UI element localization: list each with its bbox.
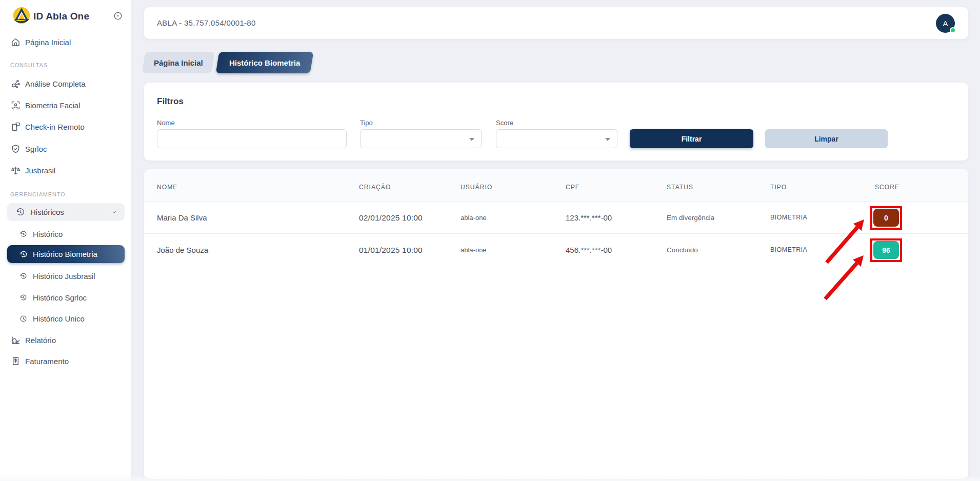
sidebar-item-relatorio[interactable]: Relatório bbox=[0, 329, 132, 351]
cell-usuario: abla-one bbox=[461, 234, 487, 266]
scales-icon bbox=[10, 165, 21, 176]
results-table: NOME CRIAÇÃO USUÁRIO CPF STATUS TIPO SCO… bbox=[144, 169, 968, 479]
face-scan-icon bbox=[10, 100, 21, 111]
sidebar-item-sgrloc[interactable]: Sgrloc bbox=[0, 138, 132, 159]
topbar: ABLA - 35.757.054/0001-80 A bbox=[144, 7, 968, 39]
cell-criacao: 01/01/2025 10:00 bbox=[359, 234, 423, 266]
cell-criacao: 02/01/2025 10:00 bbox=[359, 202, 423, 234]
sidebar-item-biometria-facial[interactable]: Biometria Facial bbox=[0, 94, 132, 116]
history-icon bbox=[19, 294, 27, 302]
col-tipo: TIPO bbox=[770, 171, 787, 204]
dropdown-caret-icon bbox=[605, 138, 610, 141]
collapse-sidebar-icon[interactable] bbox=[113, 11, 123, 21]
cell-status: Em divergência bbox=[667, 202, 714, 234]
bottom-fade bbox=[0, 475, 980, 481]
tab-bar: Página Inicial Histórico Biometria bbox=[0, 52, 980, 73]
col-status: STATUS bbox=[667, 171, 693, 204]
cell-cpf: 123.***.***-00 bbox=[566, 202, 612, 234]
sidebar-item-historico-unico[interactable]: Histórico Unico bbox=[0, 308, 132, 329]
cell-status: Concluído bbox=[667, 234, 698, 266]
col-score: SCORE bbox=[875, 171, 899, 204]
clock-icon bbox=[19, 315, 27, 323]
chevron-down-icon bbox=[110, 209, 117, 216]
col-criacao: CRIAÇÃO bbox=[359, 171, 391, 204]
table-row[interactable]: João de Souza 01/01/2025 10:00 abla-one … bbox=[144, 234, 968, 266]
history-icon bbox=[19, 272, 27, 280]
cell-tipo: BIOMETRIA bbox=[770, 202, 807, 234]
tipo-label: Tipo bbox=[360, 119, 373, 127]
user-avatar[interactable]: A bbox=[936, 14, 955, 33]
brand-title: ID Abla One bbox=[33, 11, 89, 22]
filtrar-button[interactable]: Filtrar bbox=[630, 129, 753, 148]
cell-tipo: BIOMETRIA bbox=[770, 234, 807, 266]
sidebar-item-checkin-remoto[interactable]: Check-in Remoto bbox=[0, 116, 132, 137]
cell-nome: Maria Da Silva bbox=[157, 202, 207, 234]
section-gerenciamento: GERENCIAMENTO bbox=[10, 191, 65, 197]
online-status-dot bbox=[950, 27, 956, 33]
col-usuario: USUÁRIO bbox=[461, 171, 492, 204]
sidebar-item-faturamento[interactable]: Faturamento bbox=[0, 350, 132, 372]
dropdown-caret-icon bbox=[469, 138, 474, 141]
company-identifier: ABLA - 35.757.054/0001-80 bbox=[157, 7, 256, 39]
history-icon bbox=[15, 207, 25, 217]
sidebar-item-historico-biometria[interactable]: Histórico Biometria bbox=[7, 245, 125, 263]
nome-input[interactable] bbox=[157, 129, 347, 148]
limpar-button[interactable]: Limpar bbox=[765, 129, 888, 148]
score-select[interactable] bbox=[496, 129, 617, 148]
tipo-select[interactable] bbox=[360, 129, 482, 148]
score-label: Score bbox=[496, 119, 513, 127]
logo-row: ID Abla One bbox=[0, 0, 132, 32]
sidebar-item-historico[interactable]: Histórico bbox=[0, 223, 132, 245]
shield-check-icon bbox=[10, 144, 21, 154]
cell-cpf: 456.***.***-00 bbox=[566, 234, 612, 266]
nome-label: Nome bbox=[157, 119, 175, 127]
sidebar-item-historico-sgrloc[interactable]: Histórico Sgrloc bbox=[0, 287, 132, 308]
report-chart-icon bbox=[10, 335, 21, 346]
device-checkin-icon bbox=[10, 122, 21, 132]
sidebar-item-analise-completa[interactable]: Análise Completa bbox=[0, 73, 132, 94]
table-row[interactable]: Maria Da Silva 02/01/2025 10:00 abla-one… bbox=[144, 202, 968, 234]
col-cpf: CPF bbox=[566, 171, 579, 204]
history-icon bbox=[19, 250, 28, 258]
home-icon bbox=[10, 37, 21, 48]
filters-panel: Filtros Nome Tipo Score Filtrar Limpar bbox=[144, 83, 968, 161]
sidebar-item-jusbrasil[interactable]: Jusbrasil bbox=[0, 159, 132, 181]
invoice-icon bbox=[10, 356, 21, 367]
cell-nome: João de Souza bbox=[157, 234, 208, 266]
col-nome: NOME bbox=[157, 171, 177, 204]
abla-logo-icon bbox=[12, 6, 31, 26]
sidebar-item-historico-jusbrasil[interactable]: Histórico Jusbrasil bbox=[0, 265, 132, 287]
filters-title: Filtros bbox=[157, 96, 184, 107]
analysis-network-icon bbox=[10, 78, 21, 89]
cell-usuario: abla-one bbox=[461, 202, 487, 234]
avatar-initial: A bbox=[943, 19, 948, 28]
annotation-highlight-box bbox=[870, 206, 902, 230]
table-header: NOME CRIAÇÃO USUÁRIO CPF STATUS TIPO SCO… bbox=[144, 169, 968, 202]
tab-pagina-inicial[interactable]: Página Inicial bbox=[142, 52, 215, 73]
sidebar-item-historicos[interactable]: Históricos bbox=[7, 203, 125, 221]
annotation-highlight-box bbox=[870, 238, 902, 262]
sidebar-item-pagina-inicial[interactable]: Página Inicial bbox=[0, 31, 132, 53]
tab-historico-biometria[interactable]: Histórico Biometria bbox=[216, 52, 314, 73]
history-icon bbox=[19, 230, 27, 238]
